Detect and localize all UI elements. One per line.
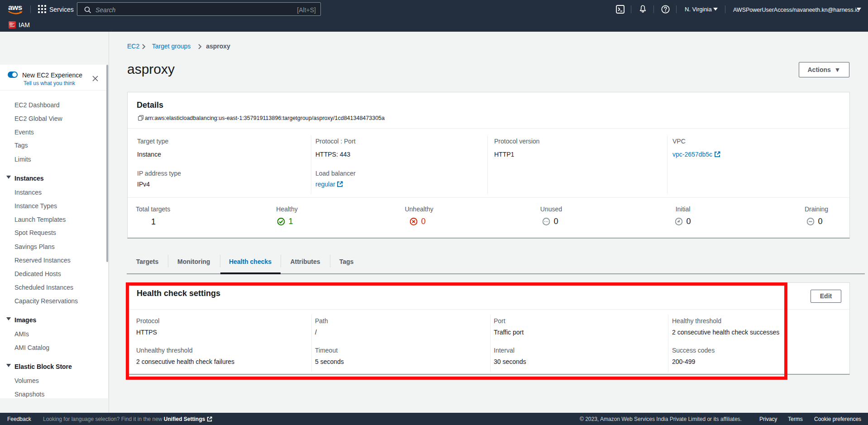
svg-text:aws: aws [8, 3, 22, 12]
